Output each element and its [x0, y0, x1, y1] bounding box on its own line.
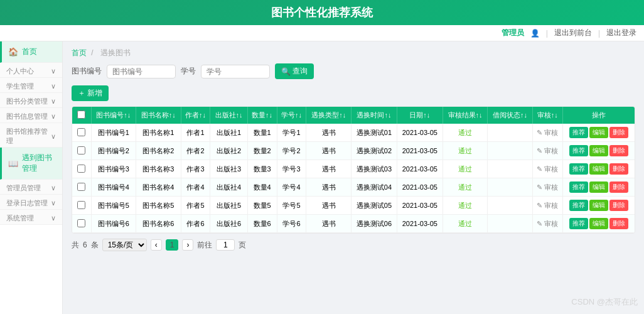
delete-btn-3[interactable]: 删除: [609, 181, 628, 193]
edit-btn-5[interactable]: 编辑: [589, 218, 608, 229]
sidebar-recommend-label: 图书馆推荐管理: [6, 127, 51, 146]
th-book-name[interactable]: 图书名称↑↓: [136, 107, 181, 124]
th-borrow-status[interactable]: 借阅状态↑↓: [488, 107, 533, 124]
row-author-3: 作者4: [181, 178, 210, 197]
logout-btn[interactable]: 退出登录: [606, 28, 636, 38]
breadcrumb-home[interactable]: 首页: [72, 48, 87, 57]
row-checkbox-1[interactable]: [72, 142, 91, 160]
row-date-1: 2021-03-05: [397, 142, 443, 160]
row-book-num-0: 图书编号1: [91, 124, 136, 142]
delete-btn-2[interactable]: 删除: [609, 163, 628, 175]
row-borrow-time-2: 遇换测试03: [351, 160, 397, 178]
add-button[interactable]: ＋ 新增: [72, 85, 109, 101]
sidebar-group-sys[interactable]: 系统管理 ∨: [0, 210, 62, 225]
row-check-4[interactable]: [77, 201, 85, 209]
sidebar-item-home[interactable]: 🏠 首页: [0, 41, 62, 63]
row-date-5: 2021-03-05: [397, 215, 443, 233]
row-author-2: 作者3: [181, 160, 210, 178]
sidebar-group-profile[interactable]: 个人中心 ∨: [0, 63, 62, 78]
row-action-4: 推荐 编辑 删除: [562, 197, 635, 215]
next-page-btn[interactable]: ›: [182, 239, 193, 251]
sidebar-home-label: 首页: [22, 46, 37, 57]
sidebar-group-recommend[interactable]: 图书馆推荐管理 ∨: [0, 123, 62, 148]
row-book-name-3: 图书名称4: [136, 178, 181, 197]
current-page: 1: [166, 239, 179, 251]
row-checkbox-4[interactable]: [72, 197, 91, 215]
recommend-btn-1[interactable]: 推荐: [569, 145, 588, 156]
delete-btn-1[interactable]: 删除: [609, 145, 628, 156]
th-date[interactable]: 日期↑↓: [397, 107, 443, 124]
row-review-4: ✎ 审核: [532, 197, 562, 215]
jump-prefix: 前往: [197, 240, 212, 251]
th-review[interactable]: 审核↑↓: [532, 107, 562, 124]
select-all-checkbox[interactable]: [77, 111, 85, 119]
delete-btn-4[interactable]: 删除: [609, 200, 628, 211]
row-book-name-4: 图书名称5: [136, 197, 181, 215]
search-button[interactable]: 🔍 查询: [275, 63, 314, 79]
book-num-input[interactable]: [107, 65, 176, 78]
recommend-btn-4[interactable]: 推荐: [569, 200, 588, 211]
admin-icon: 👤: [530, 29, 540, 38]
th-book-num[interactable]: 图书编号↑↓: [91, 107, 136, 124]
delete-btn-5[interactable]: 删除: [609, 218, 628, 229]
sidebar-bookmgmt-label: 图书信息管理: [6, 112, 48, 121]
row-book-num-3: 图书编号4: [91, 178, 136, 197]
recommend-btn-5[interactable]: 推荐: [569, 218, 588, 229]
row-student-num-0: 学号1: [277, 124, 306, 142]
th-borrow-type[interactable]: 遇换类型↑↓: [306, 107, 352, 124]
row-action-1: 推荐 编辑 删除: [562, 142, 635, 160]
delete-btn-0[interactable]: 删除: [609, 127, 628, 138]
row-check-1[interactable]: [77, 146, 85, 154]
sidebar-item-borrow[interactable]: 📖 遇到图书管理: [0, 148, 62, 180]
student-num-input[interactable]: [201, 65, 270, 78]
sidebar-group-log[interactable]: 登录日志管理 ∨: [0, 195, 62, 210]
sidebar-group-manager[interactable]: 管理员管理 ∨: [0, 180, 62, 195]
th-author[interactable]: 作者↑↓: [181, 107, 210, 124]
row-check-3[interactable]: [77, 183, 85, 191]
row-publisher-5: 出版社6: [210, 215, 247, 233]
row-book-name-1: 图书名称2: [136, 142, 181, 160]
per-page-select[interactable]: 15条/页 30条/页 50条/页: [102, 239, 147, 251]
th-borrow-time[interactable]: 遇换时间↑↓: [351, 107, 397, 124]
row-checkbox-2[interactable]: [72, 160, 91, 178]
edit-btn-2[interactable]: 编辑: [589, 163, 608, 175]
row-check-5[interactable]: [77, 219, 85, 227]
recommend-btn-2[interactable]: 推荐: [569, 163, 588, 175]
top-nav: 管理员 👤 | 退出到前台 | 退出登录: [0, 25, 644, 41]
edit-btn-1[interactable]: 编辑: [589, 145, 608, 156]
page-header: 图书个性化推荐系统: [0, 0, 644, 25]
admin-label: 管理员: [502, 28, 524, 38]
student-num-label: 学号: [181, 66, 196, 77]
prev-page-btn[interactable]: ‹: [151, 239, 162, 251]
row-borrow-status-4: [488, 197, 533, 215]
row-review-0: ✎ 审核: [532, 124, 562, 142]
row-publisher-0: 出版社1: [210, 124, 247, 142]
sidebar-group-bookmgmt[interactable]: 图书信息管理 ∨: [0, 108, 62, 123]
edit-btn-0[interactable]: 编辑: [589, 127, 608, 138]
logout-frontend-btn[interactable]: 退出到前台: [554, 28, 592, 38]
row-check-0[interactable]: [77, 128, 85, 136]
total-prefix: 共: [72, 240, 79, 251]
chevron-icon6: ∨: [51, 184, 56, 192]
row-author-0: 作者1: [181, 124, 210, 142]
row-book-name-0: 图书名称1: [136, 124, 181, 142]
sidebar-group-student[interactable]: 学生管理 ∨: [0, 78, 62, 93]
page-jump-input[interactable]: [216, 239, 235, 251]
row-check-2[interactable]: [77, 165, 85, 173]
row-checkbox-5[interactable]: [72, 215, 91, 233]
row-checkbox-3[interactable]: [72, 178, 91, 197]
edit-btn-4[interactable]: 编辑: [589, 200, 608, 211]
book-num-label: 图书编号: [72, 66, 102, 77]
recommend-btn-3[interactable]: 推荐: [569, 181, 588, 193]
th-publisher[interactable]: 出版社↑↓: [210, 107, 247, 124]
edit-btn-3[interactable]: 编辑: [589, 181, 608, 193]
recommend-btn-0[interactable]: 推荐: [569, 127, 588, 138]
th-review-result[interactable]: 审核结果↑↓: [443, 107, 488, 124]
sidebar-group-category[interactable]: 图书分类管理 ∨: [0, 93, 62, 108]
row-count-1: 数量2: [247, 142, 277, 160]
row-checkbox-0[interactable]: [72, 124, 91, 142]
sidebar-student-label: 学生管理: [6, 82, 34, 91]
th-count[interactable]: 数量↑↓: [247, 107, 277, 124]
th-student-num[interactable]: 学号↑↓: [277, 107, 306, 124]
row-borrow-type-2: 遇书: [306, 160, 352, 178]
